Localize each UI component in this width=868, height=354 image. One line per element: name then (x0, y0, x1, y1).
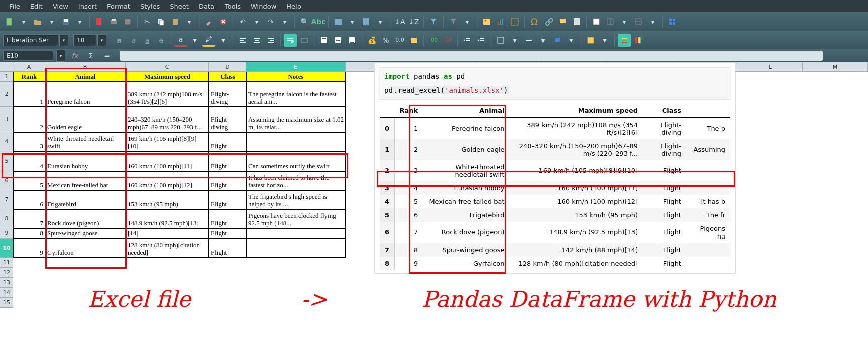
cell[interactable]: Pigeons have been clocked flying 92.5 mp… (246, 209, 346, 228)
col-header-a[interactable]: A (13, 62, 45, 71)
menu-view[interactable]: View (48, 3, 73, 10)
chevron-down-icon[interactable]: ▾ (461, 15, 474, 28)
cell[interactable]: Peregrine falcon (45, 82, 126, 107)
redo-icon[interactable]: ↷ (264, 15, 277, 28)
cell[interactable]: 9 (13, 239, 45, 258)
cell[interactable]: Spur-winged goose (45, 228, 126, 239)
cell[interactable]: Rank (13, 72, 45, 82)
cell[interactable]: 3 (13, 132, 45, 151)
column-icon[interactable] (360, 15, 373, 28)
cell[interactable]: Assuming the maximum size at 1.02 m, its… (246, 107, 346, 132)
cell[interactable]: [14] (126, 228, 209, 239)
date-format-icon[interactable] (407, 34, 420, 47)
menu-file[interactable]: File (4, 3, 25, 10)
menu-format[interactable]: Format (102, 3, 135, 10)
cell[interactable]: Maximum speed (126, 72, 209, 82)
col-header-m[interactable]: M (803, 62, 868, 71)
row-header[interactable]: 3 (0, 107, 13, 132)
cell[interactable]: Flight (209, 228, 246, 239)
wrap-text-icon[interactable] (284, 34, 297, 47)
cell[interactable]: 1 (13, 82, 45, 107)
menu-help[interactable]: Help (281, 3, 306, 10)
strikethrough-icon[interactable]: a (155, 34, 168, 47)
add-decimal-icon[interactable]: .00 (427, 34, 440, 47)
chevron-down-icon[interactable]: ▾ (346, 15, 359, 28)
cell[interactable]: 160 km/h (100 mph)[11] (126, 151, 209, 171)
pivot-icon[interactable] (508, 15, 521, 28)
row-header[interactable]: 1 (0, 72, 13, 82)
open-icon[interactable] (31, 15, 44, 28)
italic-icon[interactable]: a (127, 34, 140, 47)
chevron-down-icon[interactable]: ▾ (188, 34, 201, 47)
menu-insert[interactable]: Insert (73, 3, 102, 10)
grid-view-icon[interactable] (666, 15, 679, 28)
cell[interactable]: Flight (209, 239, 246, 258)
col-header-d[interactable]: D (209, 62, 246, 71)
cell[interactable]: 6 (13, 190, 45, 209)
col-header-c[interactable]: C (126, 62, 209, 71)
equals-icon[interactable]: = (100, 49, 114, 62)
menu-data[interactable]: Data (194, 3, 220, 10)
percent-icon[interactable]: % (379, 34, 392, 47)
row-header[interactable]: 13 (0, 278, 13, 288)
filter-icon[interactable] (447, 15, 460, 28)
define-print-area-icon[interactable] (590, 15, 603, 28)
cell[interactable]: Gyrfalcon (45, 239, 126, 258)
sum-icon[interactable]: Σ (84, 49, 97, 62)
decrease-indent-icon[interactable] (475, 34, 488, 47)
cut-icon[interactable]: ✂ (141, 15, 154, 28)
valign-middle-icon[interactable] (332, 34, 345, 47)
chart-icon[interactable] (494, 15, 507, 28)
col-header-e[interactable]: E (246, 62, 346, 71)
border-style-icon[interactable] (522, 34, 535, 47)
cell[interactable]: 128 km/h (80 mph)[citation needed] (126, 239, 209, 258)
find-icon[interactable]: 🔍 (298, 15, 311, 28)
cell[interactable]: Rock dove (pigeon) (45, 209, 126, 228)
row-header[interactable]: 10 (0, 239, 13, 258)
valign-top-icon[interactable] (317, 34, 331, 47)
chevron-down-icon[interactable]: ▾ (73, 15, 86, 28)
cell[interactable]: Eurasian hobby (45, 151, 126, 171)
cell-reference-input[interactable]: E10 (3, 51, 53, 61)
new-doc-icon[interactable] (3, 15, 16, 28)
number-format-icon[interactable]: 0.0 (393, 34, 406, 47)
row-header[interactable]: 4 (0, 132, 13, 151)
cell[interactable]: 148.9 km/h (92.5 mph)[13] (126, 209, 209, 228)
menu-tools[interactable]: Tools (220, 3, 246, 10)
row-icon[interactable] (332, 15, 345, 28)
row-header[interactable]: 12 (0, 268, 13, 278)
chevron-down-icon[interactable]: ▾ (598, 34, 611, 47)
menu-window[interactable]: Window (246, 3, 281, 10)
row-header[interactable]: 11 (0, 258, 13, 268)
cell[interactable] (246, 228, 346, 239)
cell[interactable]: 2 (13, 107, 45, 132)
chevron-down-icon[interactable]: ▾ (45, 15, 58, 28)
chevron-down-icon[interactable]: ▾ (374, 15, 387, 28)
freeze-icon[interactable] (604, 15, 617, 28)
cell[interactable]: Can sometimes outfly the swift (246, 151, 346, 171)
cell[interactable] (246, 239, 346, 258)
headers-footers-icon[interactable] (570, 15, 583, 28)
cell[interactable]: Class (209, 72, 246, 82)
chevron-down-icon[interactable]: ▾ (508, 34, 521, 47)
cell[interactable]: 8 (13, 228, 45, 239)
row-header[interactable]: 6 (0, 171, 13, 190)
merge-cells-icon[interactable] (298, 34, 311, 47)
chevron-down-icon[interactable]: ▾ (565, 34, 578, 47)
cell[interactable]: The frigatebird's high speed is helped b… (246, 190, 346, 209)
chevron-down-icon[interactable]: ▾ (278, 15, 291, 28)
function-wizard-icon[interactable]: fx (68, 49, 81, 62)
chevron-down-icon[interactable]: ▾ (56, 50, 65, 62)
sort-desc-icon[interactable]: ↓Z (407, 15, 420, 28)
menu-sheet[interactable]: Sheet (165, 3, 194, 10)
copy-icon[interactable] (155, 15, 168, 28)
chevron-down-icon[interactable]: ▾ (646, 15, 659, 28)
print-preview-icon[interactable] (121, 15, 134, 28)
conditional-format-icon[interactable] (618, 34, 631, 47)
cell[interactable]: 4 (13, 151, 45, 171)
cell[interactable]: 240–320 km/h (150–200 mph)67–89 m/s 220–… (126, 107, 209, 132)
theme-icon[interactable] (632, 34, 645, 47)
cell[interactable]: Flight (209, 190, 246, 209)
valign-bottom-icon[interactable] (346, 34, 359, 47)
save-icon[interactable] (59, 15, 72, 28)
